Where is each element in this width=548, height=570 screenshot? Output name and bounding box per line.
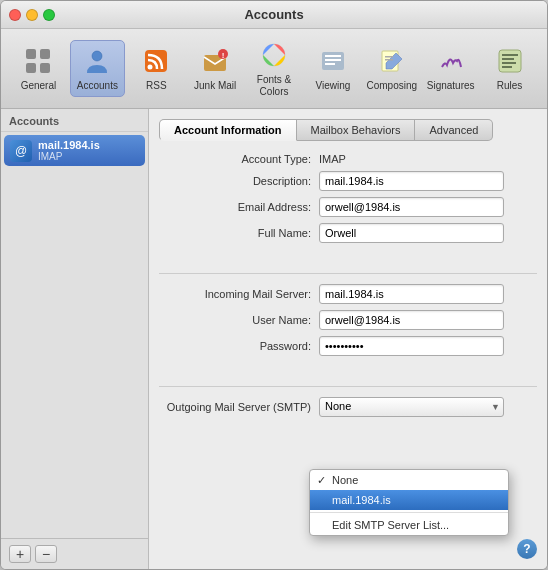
window-title: Accounts [244, 7, 303, 22]
composing-icon [376, 45, 408, 77]
svg-rect-13 [325, 55, 341, 57]
sidebar: Accounts @ mail.1984.is IMAP + − [1, 109, 149, 569]
dropdown-separator [310, 512, 508, 513]
account-icon: @ [10, 140, 32, 162]
svg-rect-18 [385, 59, 393, 61]
fullname-row: Full Name: [159, 223, 537, 243]
form-divider [159, 273, 537, 274]
smtp-select-wrapper[interactable]: None ▼ [319, 397, 504, 417]
signatures-icon [435, 45, 467, 77]
toolbar-general[interactable]: General [11, 41, 66, 96]
signatures-label: Signatures [427, 80, 475, 92]
toolbar-rss[interactable]: RSS [129, 41, 184, 96]
junk-mail-label: Junk Mail [194, 80, 236, 92]
account-type-row: Account Type: IMAP [159, 153, 537, 165]
password-label: Password: [159, 340, 319, 352]
incoming-server-row: Incoming Mail Server: [159, 284, 537, 304]
svg-rect-0 [26, 49, 36, 59]
maximize-button[interactable] [43, 9, 55, 21]
description-label: Description: [159, 175, 319, 187]
incoming-server-input[interactable] [319, 284, 504, 304]
tab-advanced[interactable]: Advanced [415, 119, 493, 141]
titlebar: Accounts [1, 1, 547, 29]
svg-rect-20 [502, 54, 518, 56]
account-type-label: Account Type: [159, 153, 319, 165]
form-divider-2 [159, 386, 537, 387]
composing-label: Composing [367, 80, 418, 92]
toolbar: General Accounts RSS [1, 29, 547, 109]
general-icon [22, 45, 54, 77]
toolbar-rules[interactable]: Rules [482, 41, 537, 96]
main-window: Accounts General Accou [0, 0, 548, 570]
viewing-label: Viewing [316, 80, 351, 92]
rss-label: RSS [146, 80, 167, 92]
email-row: Email Address: [159, 197, 537, 217]
incoming-server-label: Incoming Mail Server: [159, 288, 319, 300]
smtp-select[interactable]: None [319, 397, 504, 417]
junk-mail-icon: ! [199, 45, 231, 77]
fonts-colors-label: Fonts & Colors [249, 74, 300, 98]
svg-rect-17 [385, 56, 393, 58]
tab-account-information[interactable]: Account Information [159, 119, 297, 141]
email-input[interactable] [319, 197, 504, 217]
help-button[interactable]: ? [517, 539, 537, 559]
content-area: Account Information Mailbox Behaviors Ad… [149, 109, 547, 569]
add-account-button[interactable]: + [9, 545, 31, 563]
account-name: mail.1984.is [38, 139, 139, 151]
svg-point-7 [148, 65, 153, 70]
tab-bar: Account Information Mailbox Behaviors Ad… [159, 119, 537, 141]
remove-account-button[interactable]: − [35, 545, 57, 563]
password-input[interactable] [319, 336, 504, 356]
toolbar-accounts[interactable]: Accounts [70, 40, 125, 97]
svg-rect-23 [502, 66, 512, 68]
account-type: IMAP [38, 151, 139, 162]
smtp-option-edit[interactable]: Edit SMTP Server List... [310, 515, 508, 535]
username-row: User Name: [159, 310, 537, 330]
description-input[interactable] [319, 171, 504, 191]
account-text: mail.1984.is IMAP [38, 139, 139, 162]
svg-rect-21 [502, 58, 514, 60]
svg-rect-3 [40, 63, 50, 73]
email-label: Email Address: [159, 201, 319, 213]
svg-rect-19 [499, 50, 521, 72]
svg-rect-22 [502, 62, 516, 64]
svg-text:!: ! [222, 51, 225, 60]
account-form: Account Type: IMAP Description: Email Ad… [159, 153, 537, 249]
rules-label: Rules [497, 80, 523, 92]
account-item-mail1984[interactable]: @ mail.1984.is IMAP [4, 135, 145, 166]
fullname-input[interactable] [319, 223, 504, 243]
username-label: User Name: [159, 314, 319, 326]
description-row: Description: [159, 171, 537, 191]
traffic-lights [9, 9, 55, 21]
sidebar-header: Accounts [1, 109, 148, 132]
tab-mailbox-behaviors[interactable]: Mailbox Behaviors [297, 119, 416, 141]
toolbar-fonts-colors[interactable]: Fonts & Colors [247, 35, 302, 102]
svg-rect-15 [325, 63, 335, 65]
accounts-label: Accounts [77, 80, 118, 92]
toolbar-composing[interactable]: Composing [364, 41, 419, 96]
smtp-dropdown-menu: None mail.1984.is Edit SMTP Server List.… [309, 469, 509, 536]
smtp-option-mail1984[interactable]: mail.1984.is [310, 490, 508, 510]
svg-rect-14 [325, 59, 341, 61]
fullname-label: Full Name: [159, 227, 319, 239]
rss-icon [140, 45, 172, 77]
viewing-icon [317, 45, 349, 77]
toolbar-junk-mail[interactable]: ! Junk Mail [188, 41, 243, 96]
account-type-value: IMAP [319, 153, 346, 165]
password-row: Password: [159, 336, 537, 356]
accounts-list: @ mail.1984.is IMAP [1, 132, 148, 538]
smtp-option-none[interactable]: None [310, 470, 508, 490]
smtp-label: Outgoing Mail Server (SMTP) [159, 401, 319, 413]
username-input[interactable] [319, 310, 504, 330]
svg-rect-2 [26, 63, 36, 73]
toolbar-viewing[interactable]: Viewing [305, 41, 360, 96]
general-label: General [21, 80, 57, 92]
server-form: Incoming Mail Server: User Name: Passwor… [159, 284, 537, 362]
toolbar-signatures[interactable]: Signatures [423, 41, 478, 96]
main-area: Accounts @ mail.1984.is IMAP + − Account… [1, 109, 547, 569]
svg-rect-1 [40, 49, 50, 59]
sidebar-footer: + − [1, 538, 148, 569]
close-button[interactable] [9, 9, 21, 21]
smtp-row: Outgoing Mail Server (SMTP) None ▼ [159, 397, 537, 417]
minimize-button[interactable] [26, 9, 38, 21]
